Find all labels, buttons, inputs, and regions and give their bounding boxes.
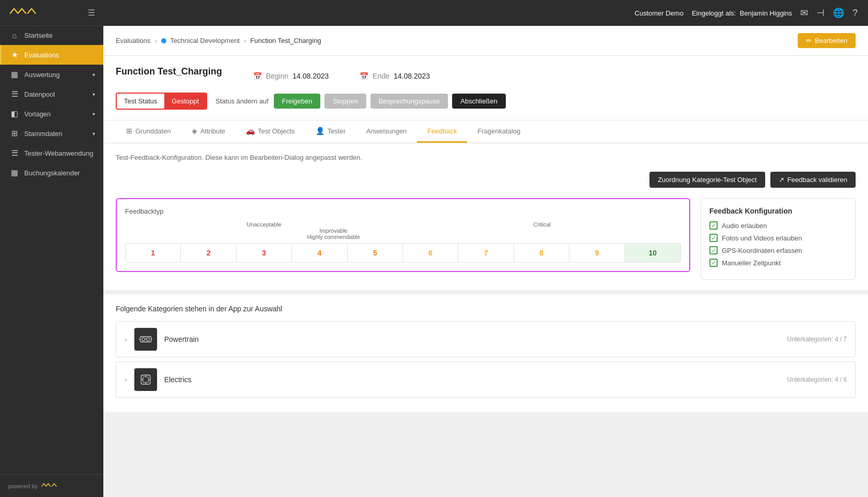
scale-num-5[interactable]: 5 [348,244,403,262]
footer-logo-icon [41,481,59,491]
mail-icon[interactable]: ✉ [800,7,808,19]
abschliessen-button[interactable]: Abschließen [452,94,506,109]
tab-tester[interactable]: 👤 Tester [305,121,356,143]
panel-title: Function Test_Charging [116,66,222,77]
chevron-right-icon: › [125,375,127,384]
scale-num-7[interactable]: 7 [458,244,514,262]
template-icon: ◧ [10,109,19,118]
sidebar-item-label: Startseite [24,32,53,39]
breadcrumb-sep-1: › [154,37,157,44]
star-icon: ★ [10,50,19,59]
sidebar-item-label: Datenpool [24,91,55,98]
validieren-button[interactable]: ↗ Feedback validieren [770,172,856,188]
feedback-actions: Zuordnung Kategorie-Test Object ↗ Feedba… [116,172,856,188]
begin-date: 📅 Beginn 14.08.2023 [253,72,329,80]
topbar: Customer Demo Eingeloggt als: Benjamin H… [103,0,868,26]
test-status-value: Gestoppt [164,94,206,109]
config-title: Feedback Konfiguration [709,207,847,215]
topbar-icons: ✉ ⊣ 🌐 ? [800,7,858,19]
scale-numbers: 1 2 3 4 5 6 7 8 9 10 [125,243,681,263]
data-icon: ⊞ [10,129,19,138]
person-icon: 👤 [316,127,324,135]
external-link-icon: ↗ [779,176,784,184]
calendar-begin-icon: 📅 [253,72,262,80]
tab-test-objects[interactable]: 🚗 Test Objects [236,121,305,143]
breadcrumb-current: Function Test_Charging [250,37,321,44]
svg-rect-1 [142,338,145,340]
title-dates-row: Function Test_Charging 📅 Beginn 14.08.20… [116,66,856,85]
sidebar-item-label: Stammdaten [24,130,63,138]
chevron-icon: ▾ [92,111,95,117]
grunddaten-icon: ⊞ [126,127,132,135]
sidebar-item-buchungskalender[interactable]: ▦ Buchungskalender [0,163,103,183]
electrics-sub: Unterkategorien: 4 / 6 [787,376,847,383]
chevron-right-icon: › [125,335,127,343]
powertrain-sub: Unterkategorien: 4 / 7 [787,336,847,343]
footer-label: powered by [8,483,38,489]
powertrain-icon-box [134,328,157,351]
globe-icon[interactable]: 🌐 [833,7,844,19]
chevron-icon: ▾ [92,131,95,137]
main-content: Customer Demo Eingeloggt als: Benjamin H… [103,0,868,497]
powertrain-name: Powertrain [164,335,780,343]
sidebar-item-label: Vorlagen [24,110,51,118]
car-icon: 🚗 [246,127,255,135]
sidebar-item-vorlagen[interactable]: ◧ Vorlagen ▾ [0,104,103,124]
sidebar-item-label: Buchungskalender [24,169,80,177]
sidebar-footer: powered by [0,474,103,497]
scale-num-9[interactable]: 9 [569,244,625,262]
scale-num-10[interactable]: 10 [625,244,680,262]
category-powertrain[interactable]: › Powertrain Unterkategorien: 4 / 7 [116,321,856,357]
help-icon[interactable]: ? [853,8,858,19]
breadcrumb-dot [161,38,166,43]
tab-anweisungen[interactable]: Anweisungen [356,121,417,143]
list-icon: ☰ [10,89,19,99]
svg-rect-2 [146,338,149,340]
tab-fragenkatalog[interactable]: Fragenkatalog [467,121,531,143]
calendar-end-icon: 📅 [360,72,368,80]
scale-num-8[interactable]: 8 [514,244,569,262]
breadcrumb: Evaluations › Technical Development › Fu… [103,26,868,56]
logout-icon[interactable]: ⊣ [816,7,825,19]
chevron-icon: ▾ [92,92,95,97]
config-item-audio: ✓ Audio erlauben [709,221,847,230]
sidebar-item-evaluations[interactable]: ★ Evaluations [0,45,103,65]
sidebar-item-label: Auswertung [24,71,60,79]
grid-icon: ▦ [10,70,19,79]
status-change-label: Status ändern auf [215,97,269,105]
feedback-description: Test-Feedback-Konfiguration. Diese kann … [116,154,856,161]
bearbeiten-button[interactable]: ✏ Bearbeiten [798,33,856,48]
calendar-icon: ▦ [10,168,19,177]
scale-num-2[interactable]: 2 [181,244,236,262]
sidebar: ☰ ⌂ Startseite ★ Evaluations ▦ Auswertun… [0,0,103,497]
sidebar-item-startseite[interactable]: ⌂ Startseite [0,26,103,45]
scale-num-6[interactable]: 6 [403,244,458,262]
scale-num-4[interactable]: 4 [292,244,347,262]
tab-feedback[interactable]: Feedback [417,121,467,143]
breadcrumb-evaluations[interactable]: Evaluations [116,37,150,44]
tab-grunddaten[interactable]: ⊞ Grunddaten [116,121,181,143]
scale-num-1[interactable]: 1 [126,244,181,262]
scale-label-critical: Critical [403,221,681,228]
scale-num-3[interactable]: 3 [237,244,292,262]
test-status-label: Test Status [117,94,164,109]
zuordnung-button[interactable]: Zuordnung Kategorie-Test Object [649,172,765,188]
feedback-config: Feedback Konfiguration ✓ Audio erlauben … [701,198,856,280]
hamburger-icon[interactable]: ☰ [88,8,95,18]
categories-section: Folgende Kategorien stehen in der App zu… [103,290,868,412]
edit-icon: ✏ [806,37,812,44]
chevron-icon: ▾ [92,72,95,78]
sidebar-logo: ☰ [0,0,103,26]
sidebar-item-auswertung[interactable]: ▦ Auswertung ▾ [0,65,103,84]
sidebar-item-tester-web[interactable]: ☰ Tester-Webanwendung [0,143,103,163]
sidebar-item-stammdaten[interactable]: ⊞ Stammdaten ▾ [0,124,103,143]
svg-rect-7 [143,377,148,383]
evaluation-panel: Function Test_Charging 📅 Beginn 14.08.20… [103,56,868,121]
sidebar-item-datenpool[interactable]: ☰ Datenpool ▾ [0,84,103,104]
tab-attribute[interactable]: ◈ Attribute [181,121,236,143]
category-electrics[interactable]: › Electrics Unterkategorien: 4 / 6 [116,362,856,398]
breadcrumb-technical[interactable]: Technical Development [171,37,240,44]
freigeben-button[interactable]: Freigeben [274,94,321,109]
checkbox-zeitpunkt: ✓ [709,259,718,267]
config-item-zeitpunkt: ✓ Manueller Zeitpunkt [709,259,847,267]
